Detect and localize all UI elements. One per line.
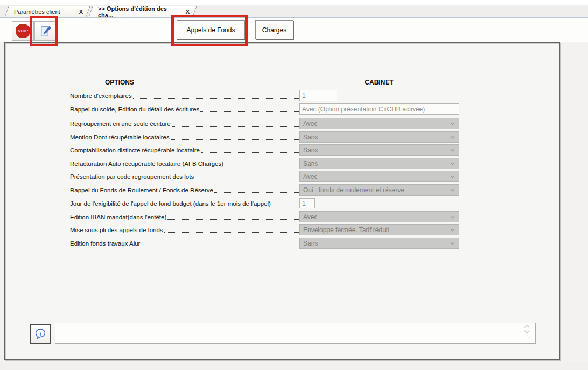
chevron-down-icon: [450, 242, 455, 245]
chevron-down-icon: [450, 215, 455, 219]
document-tab-bar: Paramètres client X >> Options d'édition…: [0, 5, 588, 18]
tab-label: Paramètres client: [14, 9, 60, 15]
form-row: Mention Dont récupérable locataires Sans: [70, 131, 459, 143]
mention-recuperable-select[interactable]: Sans: [299, 131, 459, 143]
tab-parametres-client[interactable]: Paramètres client X: [6, 6, 88, 17]
form-row: Jour de l'exigibilité de l'appel de fond…: [70, 198, 459, 210]
window-top-strip: [0, 0, 588, 5]
window-bottom-strip: [0, 362, 588, 370]
option-label: Edition fonds travaux Alur: [70, 240, 140, 249]
option-label: Rappel du Fonds de Roulement / Fonds de …: [70, 186, 213, 196]
tab-charges[interactable]: Charges: [255, 20, 293, 39]
option-label: Nombre d'exemplaires: [70, 92, 132, 102]
jour-exigibilite-input[interactable]: [299, 198, 315, 208]
edition-iban-select[interactable]: Avec: [299, 211, 459, 222]
scroll-down-icon[interactable]: [524, 330, 530, 333]
selected-value: Sans: [303, 134, 318, 141]
tab-appels-label: Appels de Fonds: [186, 26, 235, 34]
refacturation-auto-select[interactable]: Sans: [299, 158, 459, 169]
selected-value: Avec: [303, 173, 317, 180]
selected-value: Sans: [303, 146, 318, 154]
selected-value: Avec: [303, 120, 317, 128]
close-icon[interactable]: X: [79, 9, 83, 15]
dotted-leader: [172, 126, 299, 127]
rappel-fonds-roulement-select[interactable]: Oui : fonds de roulement et réserve: [299, 184, 459, 196]
rappel-solde-input[interactable]: [299, 103, 459, 115]
dotted-leader: [225, 166, 299, 166]
chevron-down-icon: [450, 228, 455, 232]
note-textarea[interactable]: [55, 323, 536, 344]
chevron-down-icon: [450, 189, 455, 192]
tab-options-edition-charges[interactable]: >> Options d'édition des cha... X: [90, 6, 195, 17]
mise-sous-pli-select[interactable]: Enveloppe fermée. Tarif réduit: [299, 224, 459, 235]
dotted-leader: [133, 98, 299, 99]
chevron-down-icon: [450, 122, 455, 125]
dotted-leader: [201, 152, 299, 153]
app-window: Paramètres client X >> Options d'édition…: [0, 0, 588, 370]
dotted-leader: [164, 232, 299, 233]
info-button[interactable]: i: [30, 324, 51, 344]
edition-fonds-travaux-alur-select[interactable]: Sans: [299, 238, 459, 249]
option-label: Présentation par code regroupement des l…: [70, 173, 194, 183]
nombre-exemplaires-input[interactable]: [299, 90, 337, 101]
form-row: Comptabilisation distincte récupérable l…: [70, 144, 459, 156]
selected-value: Oui : fonds de roulement et réserve: [303, 186, 404, 194]
dotted-leader: [171, 139, 299, 140]
chevron-down-icon: [450, 162, 455, 165]
scroll-up-icon[interactable]: [524, 325, 530, 329]
dotted-leader: [214, 192, 299, 193]
option-label: Rappel du solde, Edition du détail des é…: [70, 106, 199, 115]
option-label: Comptabilisation distincte récupérable l…: [70, 146, 200, 156]
selected-value: Sans: [303, 240, 318, 247]
option-label: Edition IBAN mandat(dans l'entête): [70, 213, 166, 223]
chevron-down-icon: [450, 149, 455, 152]
form-row: Rappel du solde, Edition du détail des é…: [70, 103, 459, 115]
form-row: Refacturation Auto récupérable locataire…: [70, 158, 459, 170]
form-row: Mise sous pli des appels de fonds Envelo…: [70, 224, 459, 236]
options-panel: OPTIONS CABINET Nombre d'exemplaires Rap…: [4, 42, 560, 360]
form-row: Nombre d'exemplaires: [70, 90, 459, 102]
dotted-leader: [141, 246, 283, 246]
selected-value: Sans: [303, 160, 318, 167]
tab-appels-de-fonds[interactable]: Appels de Fonds: [177, 20, 245, 39]
comptabilisation-distincte-select[interactable]: Sans: [299, 144, 459, 156]
option-label: Refacturation Auto récupérable locataire…: [70, 160, 223, 170]
chevron-down-icon: [450, 136, 455, 139]
options-column-header: OPTIONS: [105, 79, 134, 86]
tab-charges-label: Charges: [262, 26, 286, 34]
info-bubble-icon: i: [34, 328, 46, 340]
selected-value: Enveloppe fermée. Tarif réduit: [303, 226, 389, 234]
presentation-code-regroupement-select[interactable]: Avec: [299, 171, 459, 182]
edit-pencil-icon: [39, 25, 52, 38]
dotted-leader: [195, 179, 299, 179]
dotted-leader: [272, 206, 299, 206]
selected-value: Avec: [303, 213, 317, 221]
form-row: Edition IBAN mandat(dans l'entête) Avec: [70, 211, 459, 223]
form-row: Rappel du Fonds de Roulement / Fonds de …: [70, 184, 459, 196]
edit-button[interactable]: [34, 21, 57, 41]
option-label: Mention Dont récupérable locataires: [70, 134, 170, 143]
regroupement-ecriture-select[interactable]: Avec: [299, 118, 459, 129]
form-row: Regroupement en une seule écriture Avec: [70, 118, 459, 130]
stop-button[interactable]: STOP: [12, 21, 34, 41]
chevron-down-icon: [450, 175, 455, 178]
stop-icon: STOP: [16, 24, 30, 38]
dotted-leader: [200, 111, 299, 112]
cabinet-column-header: CABINET: [365, 79, 393, 86]
form-row: Présentation par code regroupement des l…: [70, 171, 459, 183]
close-icon[interactable]: X: [186, 9, 190, 15]
option-label: Regroupement en une seule écriture: [70, 120, 171, 130]
option-label: Jour de l'exigibilité de l'appel de fond…: [70, 200, 271, 210]
tab-label: >> Options d'édition des cha...: [98, 5, 180, 18]
toolbar: STOP Appels de Fonds Charges: [0, 18, 588, 42]
form-row: Edition fonds travaux Alur Sans: [70, 238, 459, 249]
option-label: Mise sous pli des appels de fonds: [70, 226, 163, 236]
dotted-leader: [167, 219, 299, 220]
